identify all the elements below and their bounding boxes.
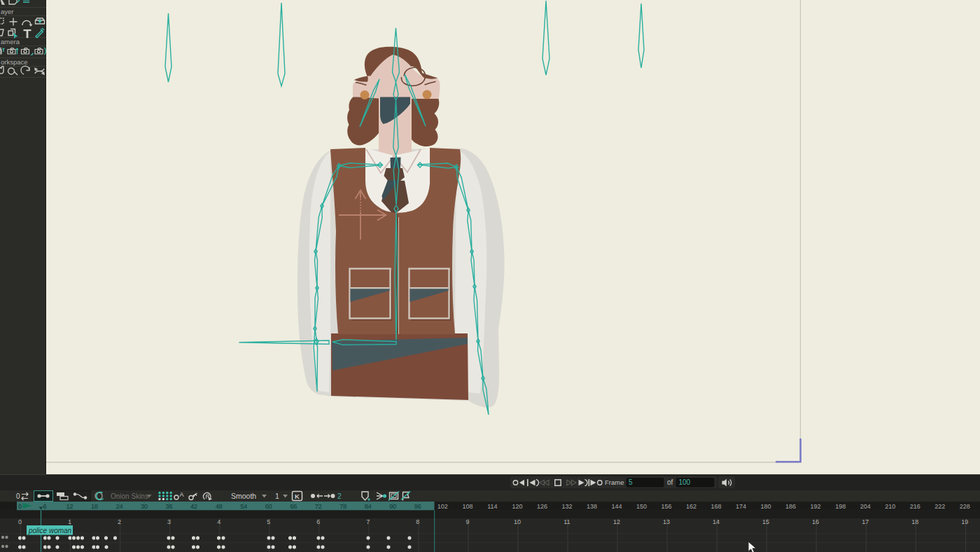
svg-text:5: 5 xyxy=(629,478,633,486)
svg-text:54: 54 xyxy=(240,503,247,510)
svg-text:of: of xyxy=(667,478,673,486)
svg-text:216: 216 xyxy=(910,503,920,510)
svg-text:126: 126 xyxy=(537,503,547,510)
svg-text:9: 9 xyxy=(465,518,469,525)
svg-text:police woman: police woman xyxy=(28,527,72,534)
svg-text:36: 36 xyxy=(166,503,173,510)
svg-text:A: A xyxy=(180,491,184,498)
svg-text:4: 4 xyxy=(217,518,220,525)
svg-text:10: 10 xyxy=(514,518,521,525)
svg-text:198: 198 xyxy=(835,503,846,510)
svg-text:150: 150 xyxy=(636,503,647,510)
svg-text:Smooth: Smooth xyxy=(231,492,256,500)
svg-text:5: 5 xyxy=(267,518,270,525)
svg-text:120: 120 xyxy=(512,503,522,510)
svg-text:204: 204 xyxy=(860,503,871,510)
svg-text:114: 114 xyxy=(487,503,497,510)
svg-text:1: 1 xyxy=(68,518,71,525)
svg-text:7: 7 xyxy=(366,518,370,525)
svg-text:162: 162 xyxy=(686,503,696,510)
svg-text:14: 14 xyxy=(713,518,720,525)
svg-text:12: 12 xyxy=(66,503,73,510)
svg-text:Onion Skins: Onion Skins xyxy=(111,492,148,500)
svg-text:192: 192 xyxy=(811,503,821,510)
svg-text:15: 15 xyxy=(762,518,769,525)
svg-text:2: 2 xyxy=(337,492,342,500)
svg-text:amera: amera xyxy=(1,38,20,46)
svg-text:138: 138 xyxy=(587,503,597,510)
svg-text:8: 8 xyxy=(416,518,419,525)
svg-text:180: 180 xyxy=(761,503,771,510)
svg-text:174: 174 xyxy=(736,503,746,510)
svg-text:6: 6 xyxy=(43,503,46,510)
svg-text:6: 6 xyxy=(316,518,320,525)
svg-text:222: 222 xyxy=(934,503,945,510)
svg-text:0: 0 xyxy=(18,518,22,525)
svg-text:132: 132 xyxy=(561,503,572,510)
svg-text:84: 84 xyxy=(365,503,372,510)
svg-text:90: 90 xyxy=(389,503,396,510)
svg-text:K: K xyxy=(295,492,300,500)
svg-text:168: 168 xyxy=(711,503,722,510)
svg-text:2: 2 xyxy=(118,518,121,525)
svg-text:228: 228 xyxy=(960,503,970,510)
svg-text:78: 78 xyxy=(340,503,346,510)
svg-text:156: 156 xyxy=(661,503,671,510)
svg-text:R: R xyxy=(206,493,210,500)
svg-text:108: 108 xyxy=(462,503,472,510)
svg-text:1: 1 xyxy=(275,492,279,500)
svg-text:42: 42 xyxy=(190,503,197,510)
svg-text:96: 96 xyxy=(414,503,421,510)
svg-text:72: 72 xyxy=(315,503,322,510)
svg-text:Frame: Frame xyxy=(605,478,624,486)
svg-text:24: 24 xyxy=(116,503,123,510)
svg-text:ayer: ayer xyxy=(1,8,13,15)
svg-text:186: 186 xyxy=(785,503,796,510)
svg-text:12: 12 xyxy=(613,518,620,525)
svg-text:17: 17 xyxy=(862,518,869,525)
svg-text:30: 30 xyxy=(141,503,148,510)
svg-text:102: 102 xyxy=(438,503,448,510)
svg-text:144: 144 xyxy=(611,503,622,510)
svg-text:18: 18 xyxy=(91,503,98,510)
svg-text:11: 11 xyxy=(564,518,570,525)
svg-text:3: 3 xyxy=(167,518,171,525)
svg-text:48: 48 xyxy=(216,503,223,510)
svg-text:210: 210 xyxy=(885,503,895,510)
svg-text:100: 100 xyxy=(679,478,691,486)
svg-text:orkspace: orkspace xyxy=(1,58,28,66)
svg-text:16: 16 xyxy=(812,518,819,525)
svg-text:66: 66 xyxy=(290,503,297,510)
svg-text:60: 60 xyxy=(265,503,272,510)
svg-text:0: 0 xyxy=(16,492,20,500)
svg-text:13: 13 xyxy=(663,518,670,525)
svg-text:19: 19 xyxy=(961,518,968,525)
svg-text:0: 0 xyxy=(18,503,22,510)
svg-text:18: 18 xyxy=(911,518,918,525)
